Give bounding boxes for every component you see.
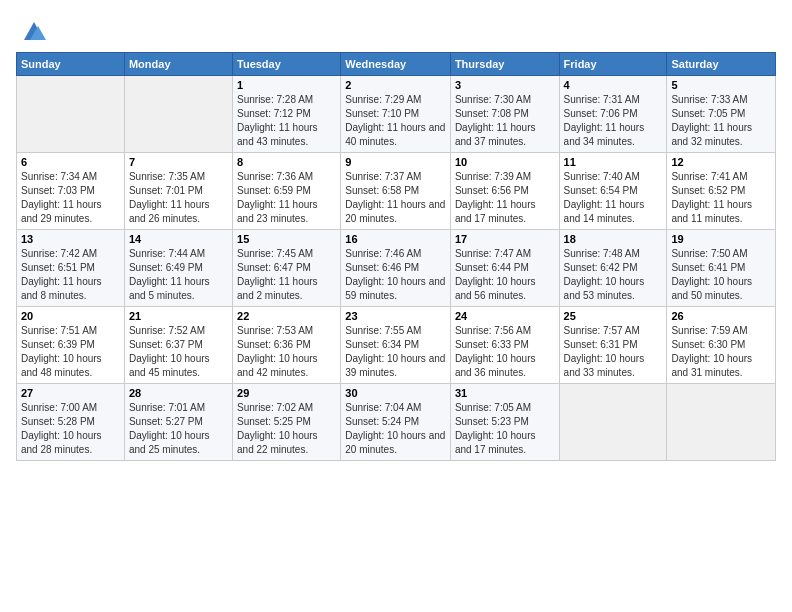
calendar-cell: 17Sunrise: 7:47 AM Sunset: 6:44 PM Dayli… [450, 230, 559, 307]
day-info: Sunrise: 7:45 AM Sunset: 6:47 PM Dayligh… [237, 247, 336, 303]
calendar-cell [667, 384, 776, 461]
day-number: 11 [564, 156, 663, 168]
week-row-3: 13Sunrise: 7:42 AM Sunset: 6:51 PM Dayli… [17, 230, 776, 307]
header-friday: Friday [559, 53, 667, 76]
day-info: Sunrise: 7:30 AM Sunset: 7:08 PM Dayligh… [455, 93, 555, 149]
day-info: Sunrise: 7:59 AM Sunset: 6:30 PM Dayligh… [671, 324, 771, 380]
header-wednesday: Wednesday [341, 53, 451, 76]
calendar-cell [559, 384, 667, 461]
calendar-cell: 9Sunrise: 7:37 AM Sunset: 6:58 PM Daylig… [341, 153, 451, 230]
day-number: 21 [129, 310, 228, 322]
calendar-cell: 19Sunrise: 7:50 AM Sunset: 6:41 PM Dayli… [667, 230, 776, 307]
day-number: 23 [345, 310, 446, 322]
day-info: Sunrise: 7:50 AM Sunset: 6:41 PM Dayligh… [671, 247, 771, 303]
day-info: Sunrise: 7:01 AM Sunset: 5:27 PM Dayligh… [129, 401, 228, 457]
day-info: Sunrise: 7:28 AM Sunset: 7:12 PM Dayligh… [237, 93, 336, 149]
day-number: 30 [345, 387, 446, 399]
day-number: 18 [564, 233, 663, 245]
calendar-cell: 24Sunrise: 7:56 AM Sunset: 6:33 PM Dayli… [450, 307, 559, 384]
calendar-cell: 25Sunrise: 7:57 AM Sunset: 6:31 PM Dayli… [559, 307, 667, 384]
page-header [16, 16, 776, 44]
day-number: 22 [237, 310, 336, 322]
day-info: Sunrise: 7:36 AM Sunset: 6:59 PM Dayligh… [237, 170, 336, 226]
calendar-cell: 5Sunrise: 7:33 AM Sunset: 7:05 PM Daylig… [667, 76, 776, 153]
day-info: Sunrise: 7:48 AM Sunset: 6:42 PM Dayligh… [564, 247, 663, 303]
calendar-cell: 28Sunrise: 7:01 AM Sunset: 5:27 PM Dayli… [124, 384, 232, 461]
header-tuesday: Tuesday [233, 53, 341, 76]
header-monday: Monday [124, 53, 232, 76]
calendar-table: SundayMondayTuesdayWednesdayThursdayFrid… [16, 52, 776, 461]
day-number: 10 [455, 156, 555, 168]
calendar-cell: 7Sunrise: 7:35 AM Sunset: 7:01 PM Daylig… [124, 153, 232, 230]
header-row: SundayMondayTuesdayWednesdayThursdayFrid… [17, 53, 776, 76]
calendar-cell: 23Sunrise: 7:55 AM Sunset: 6:34 PM Dayli… [341, 307, 451, 384]
calendar-cell: 2Sunrise: 7:29 AM Sunset: 7:10 PM Daylig… [341, 76, 451, 153]
day-number: 5 [671, 79, 771, 91]
day-info: Sunrise: 7:00 AM Sunset: 5:28 PM Dayligh… [21, 401, 120, 457]
calendar-cell: 3Sunrise: 7:30 AM Sunset: 7:08 PM Daylig… [450, 76, 559, 153]
week-row-2: 6Sunrise: 7:34 AM Sunset: 7:03 PM Daylig… [17, 153, 776, 230]
day-info: Sunrise: 7:35 AM Sunset: 7:01 PM Dayligh… [129, 170, 228, 226]
day-info: Sunrise: 7:46 AM Sunset: 6:46 PM Dayligh… [345, 247, 446, 303]
day-info: Sunrise: 7:02 AM Sunset: 5:25 PM Dayligh… [237, 401, 336, 457]
day-info: Sunrise: 7:53 AM Sunset: 6:36 PM Dayligh… [237, 324, 336, 380]
day-number: 31 [455, 387, 555, 399]
calendar-body: 1Sunrise: 7:28 AM Sunset: 7:12 PM Daylig… [17, 76, 776, 461]
calendar-cell [124, 76, 232, 153]
day-info: Sunrise: 7:56 AM Sunset: 6:33 PM Dayligh… [455, 324, 555, 380]
day-number: 20 [21, 310, 120, 322]
day-number: 24 [455, 310, 555, 322]
day-info: Sunrise: 7:34 AM Sunset: 7:03 PM Dayligh… [21, 170, 120, 226]
calendar-cell: 16Sunrise: 7:46 AM Sunset: 6:46 PM Dayli… [341, 230, 451, 307]
day-number: 12 [671, 156, 771, 168]
calendar-cell: 8Sunrise: 7:36 AM Sunset: 6:59 PM Daylig… [233, 153, 341, 230]
calendar-cell: 6Sunrise: 7:34 AM Sunset: 7:03 PM Daylig… [17, 153, 125, 230]
day-number: 13 [21, 233, 120, 245]
calendar-cell: 30Sunrise: 7:04 AM Sunset: 5:24 PM Dayli… [341, 384, 451, 461]
day-number: 1 [237, 79, 336, 91]
day-info: Sunrise: 7:41 AM Sunset: 6:52 PM Dayligh… [671, 170, 771, 226]
calendar-cell: 26Sunrise: 7:59 AM Sunset: 6:30 PM Dayli… [667, 307, 776, 384]
day-info: Sunrise: 7:47 AM Sunset: 6:44 PM Dayligh… [455, 247, 555, 303]
day-info: Sunrise: 7:55 AM Sunset: 6:34 PM Dayligh… [345, 324, 446, 380]
day-number: 26 [671, 310, 771, 322]
calendar-cell: 10Sunrise: 7:39 AM Sunset: 6:56 PM Dayli… [450, 153, 559, 230]
day-number: 27 [21, 387, 120, 399]
day-info: Sunrise: 7:57 AM Sunset: 6:31 PM Dayligh… [564, 324, 663, 380]
logo-icon [20, 16, 48, 44]
calendar-cell: 14Sunrise: 7:44 AM Sunset: 6:49 PM Dayli… [124, 230, 232, 307]
header-saturday: Saturday [667, 53, 776, 76]
day-number: 25 [564, 310, 663, 322]
calendar-cell: 29Sunrise: 7:02 AM Sunset: 5:25 PM Dayli… [233, 384, 341, 461]
calendar-cell: 31Sunrise: 7:05 AM Sunset: 5:23 PM Dayli… [450, 384, 559, 461]
logo [16, 16, 48, 44]
day-info: Sunrise: 7:29 AM Sunset: 7:10 PM Dayligh… [345, 93, 446, 149]
header-thursday: Thursday [450, 53, 559, 76]
day-number: 3 [455, 79, 555, 91]
week-row-5: 27Sunrise: 7:00 AM Sunset: 5:28 PM Dayli… [17, 384, 776, 461]
calendar-cell: 13Sunrise: 7:42 AM Sunset: 6:51 PM Dayli… [17, 230, 125, 307]
day-number: 4 [564, 79, 663, 91]
day-info: Sunrise: 7:42 AM Sunset: 6:51 PM Dayligh… [21, 247, 120, 303]
week-row-1: 1Sunrise: 7:28 AM Sunset: 7:12 PM Daylig… [17, 76, 776, 153]
day-info: Sunrise: 7:05 AM Sunset: 5:23 PM Dayligh… [455, 401, 555, 457]
calendar-cell: 4Sunrise: 7:31 AM Sunset: 7:06 PM Daylig… [559, 76, 667, 153]
calendar-cell: 15Sunrise: 7:45 AM Sunset: 6:47 PM Dayli… [233, 230, 341, 307]
day-number: 15 [237, 233, 336, 245]
day-number: 28 [129, 387, 228, 399]
day-info: Sunrise: 7:39 AM Sunset: 6:56 PM Dayligh… [455, 170, 555, 226]
calendar-cell: 27Sunrise: 7:00 AM Sunset: 5:28 PM Dayli… [17, 384, 125, 461]
calendar-cell [17, 76, 125, 153]
day-number: 2 [345, 79, 446, 91]
day-number: 9 [345, 156, 446, 168]
day-number: 14 [129, 233, 228, 245]
calendar-header: SundayMondayTuesdayWednesdayThursdayFrid… [17, 53, 776, 76]
day-info: Sunrise: 7:37 AM Sunset: 6:58 PM Dayligh… [345, 170, 446, 226]
day-info: Sunrise: 7:40 AM Sunset: 6:54 PM Dayligh… [564, 170, 663, 226]
calendar-cell: 11Sunrise: 7:40 AM Sunset: 6:54 PM Dayli… [559, 153, 667, 230]
day-number: 16 [345, 233, 446, 245]
day-info: Sunrise: 7:33 AM Sunset: 7:05 PM Dayligh… [671, 93, 771, 149]
day-info: Sunrise: 7:44 AM Sunset: 6:49 PM Dayligh… [129, 247, 228, 303]
header-sunday: Sunday [17, 53, 125, 76]
day-number: 19 [671, 233, 771, 245]
